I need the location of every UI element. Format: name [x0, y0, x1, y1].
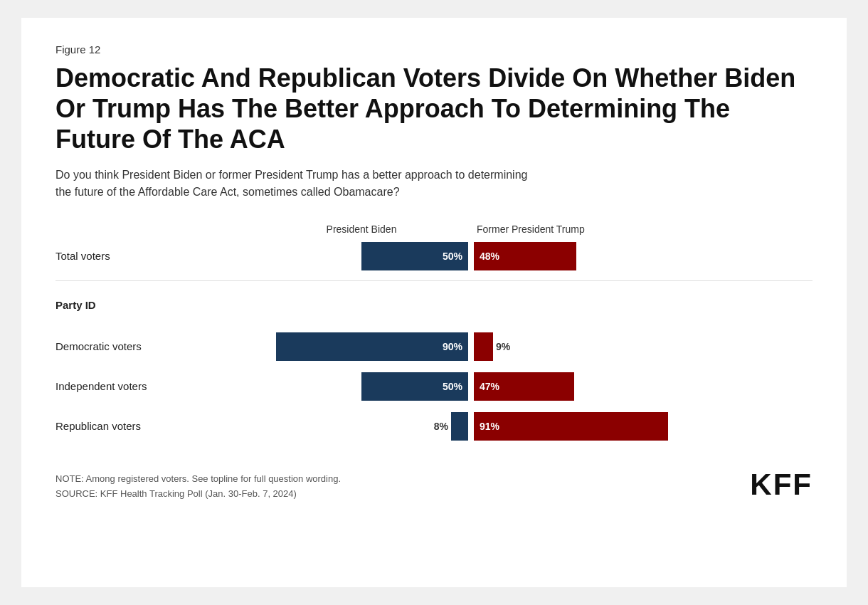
republican-biden-bar — [451, 412, 468, 441]
trump-column-header: Former President Trump — [474, 223, 687, 235]
democratic-trump-bar — [474, 332, 493, 361]
biden-column-header: President Biden — [255, 223, 468, 235]
total-trump-bar: 48% — [474, 242, 576, 270]
republican-voters-bars: 8% 91% — [255, 412, 830, 441]
kff-logo: KFF — [750, 468, 813, 502]
democratic-trump-pct: 9% — [496, 341, 510, 352]
independent-trump-bar: 47% — [474, 372, 574, 401]
republican-trump-side: 91% — [474, 412, 830, 441]
democratic-voters-bars: 90% 9% — [255, 332, 830, 361]
total-voters-label: Total voters — [55, 250, 255, 262]
column-headers: President Biden Former President Trump — [55, 223, 813, 235]
chart-title: Democratic And Republican Voters Divide … — [55, 63, 813, 155]
republican-biden-side: 8% — [255, 412, 468, 441]
total-biden-side: 50% — [255, 242, 468, 270]
row-independent-voters: Independent voters 50% 47% — [55, 371, 813, 402]
chart-card: Figure 12 Democratic And Republican Vote… — [21, 18, 847, 587]
figure-label: Figure 12 — [55, 43, 813, 56]
total-trump-side: 48% — [474, 242, 830, 270]
footer-note-line1: NOTE: Among registered voters. See topli… — [55, 472, 341, 487]
republican-trump-bar: 91% — [474, 412, 668, 441]
row-total-voters: Total voters 50% 48% — [55, 241, 813, 272]
row-democratic-voters: Democratic voters 90% 9% — [55, 331, 813, 362]
footer-note-line2: SOURCE: KFF Health Tracking Poll (Jan. 3… — [55, 487, 341, 502]
independent-biden-bar: 50% — [361, 372, 468, 401]
independent-voters-bars: 50% 47% — [255, 372, 830, 401]
footer-note: NOTE: Among registered voters. See topli… — [55, 472, 341, 502]
total-biden-bar: 50% — [361, 242, 468, 270]
total-voters-bars: 50% 48% — [255, 242, 830, 270]
divider-1 — [55, 280, 813, 281]
democratic-voters-label: Democratic voters — [55, 340, 255, 352]
democratic-biden-bar: 90% — [276, 332, 468, 361]
chart-subtitle: Do you think President Biden or former P… — [55, 167, 539, 201]
republican-voters-label: Republican voters — [55, 420, 255, 432]
independent-trump-side: 47% — [474, 372, 830, 401]
independent-voters-label: Independent voters — [55, 380, 255, 392]
party-id-row: Party ID — [55, 290, 813, 321]
party-id-label: Party ID — [55, 299, 255, 311]
row-republican-voters: Republican voters 8% 91% — [55, 411, 813, 442]
independent-biden-side: 50% — [255, 372, 468, 401]
footer: NOTE: Among registered voters. See topli… — [55, 468, 813, 502]
democratic-biden-side: 90% — [255, 332, 468, 361]
chart-area: President Biden Former President Trump T… — [55, 223, 813, 442]
democratic-trump-side: 9% — [474, 332, 830, 361]
republican-biden-pct: 8% — [434, 421, 448, 432]
